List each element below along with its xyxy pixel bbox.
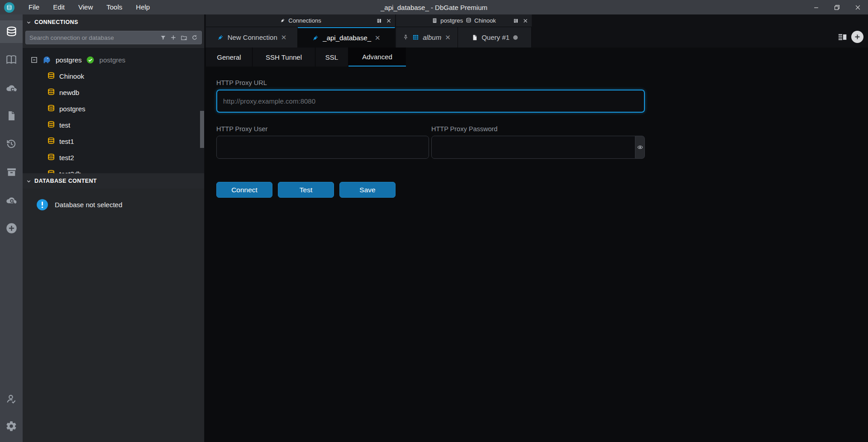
saved-book-icon[interactable] <box>0 48 23 71</box>
history-icon[interactable] <box>0 133 23 155</box>
tab-ssh-tunnel[interactable]: SSH Tunnel <box>253 48 315 67</box>
tab-new-connection[interactable]: New Connection ✕ <box>206 27 298 48</box>
tab-general[interactable]: General <box>206 48 253 67</box>
dbgate-logo-icon <box>4 2 14 13</box>
search-input[interactable] <box>26 34 160 41</box>
menu-view[interactable]: View <box>72 0 100 14</box>
archive-icon[interactable] <box>0 161 23 183</box>
server-name: postgres <box>56 56 82 64</box>
cloud-private-key-icon[interactable] <box>0 76 23 99</box>
main-area: Connections New Connection <box>205 14 868 442</box>
close-tab-icon[interactable]: ✕ <box>375 34 381 42</box>
database-name: test1 <box>59 138 74 145</box>
form-buttons: Connect Test Save <box>216 182 645 198</box>
database-row[interactable]: test <box>23 117 204 133</box>
database-name: postgres <box>59 105 86 113</box>
server-engine-label: postgres <box>100 56 126 64</box>
chevron-down-icon <box>26 179 31 184</box>
tab-group-server-name: postgres <box>440 17 463 24</box>
close-tab-icon[interactable]: ✕ <box>445 33 451 42</box>
advanced-proxy-form: HTTP Proxy URL HTTP Proxy User HTTP Prox… <box>216 79 645 198</box>
tab-advanced[interactable]: Advanced <box>348 48 406 67</box>
database-row[interactable]: test2 <box>23 149 204 166</box>
menu-edit[interactable]: Edit <box>46 0 72 14</box>
database-row[interactable]: postgres <box>23 100 204 117</box>
close-group-icon[interactable] <box>386 18 391 24</box>
admin-user-icon[interactable] <box>0 388 23 410</box>
tab-group-postgres-chinook: postgres Chinook <box>396 14 532 48</box>
cloud-search-icon[interactable] <box>0 189 23 211</box>
settings-gear-icon[interactable] <box>0 415 23 437</box>
database-name: test3db <box>59 170 81 174</box>
files-icon[interactable] <box>0 105 23 127</box>
connections-tree: postgres postgres Chinook newdb postgres <box>23 48 204 173</box>
collapse-minus-icon[interactable] <box>31 57 38 63</box>
connect-button[interactable]: Connect <box>216 182 272 198</box>
filter-icon[interactable] <box>160 35 166 41</box>
close-tab-icon[interactable]: ✕ <box>281 33 287 42</box>
proxy-url-label: HTTP Proxy URL <box>216 79 645 86</box>
close-window-button[interactable] <box>847 0 868 14</box>
tab-list-icon[interactable] <box>838 32 848 42</box>
plug-icon <box>280 18 286 24</box>
proxy-password-input[interactable] <box>431 136 635 159</box>
server-row-postgres[interactable]: postgres postgres <box>23 52 204 68</box>
database-content-header[interactable]: DATABASE CONTENT <box>23 173 204 189</box>
minimize-button[interactable] <box>806 0 826 14</box>
proxy-user-label: HTTP Proxy User <box>216 125 429 133</box>
subtab-label: SSH Tunnel <box>266 53 302 61</box>
new-tab-plus-icon[interactable] <box>851 31 863 43</box>
server-icon <box>432 18 438 24</box>
add-connection-icon[interactable] <box>0 217 23 239</box>
database-row[interactable]: newdb <box>23 84 204 100</box>
database-connections-icon[interactable] <box>0 20 23 43</box>
tab-query-1[interactable]: Query #1 <box>458 27 532 48</box>
subtab-label: General <box>217 53 241 61</box>
restore-button[interactable] <box>826 0 847 14</box>
test-button[interactable]: Test <box>278 182 334 198</box>
proxy-url-input[interactable] <box>216 90 645 113</box>
database-row[interactable]: test1 <box>23 133 204 149</box>
database-row-clipped[interactable]: test3db <box>23 166 204 173</box>
database-name: test2 <box>59 154 74 162</box>
file-icon <box>472 34 478 41</box>
tab-group-connections-header[interactable]: Connections <box>206 14 395 27</box>
menubar: File Edit View Tools Help <box>22 0 157 14</box>
split-view-icon[interactable] <box>377 18 383 24</box>
tab-label: _api_database_ <box>323 34 371 42</box>
database-row[interactable]: Chinook <box>23 68 204 84</box>
connected-check-icon <box>86 56 94 64</box>
menu-file[interactable]: File <box>22 0 46 14</box>
menu-help[interactable]: Help <box>129 0 157 14</box>
sidebar-scrollbar[interactable] <box>200 111 204 148</box>
titlebar: _api_database_ - DbGate Premium File Edi… <box>0 0 868 14</box>
pin-icon <box>403 34 409 40</box>
show-password-eye-icon[interactable] <box>635 136 645 159</box>
save-button[interactable]: Save <box>339 182 396 198</box>
new-folder-icon[interactable] <box>181 34 187 41</box>
connections-search-row <box>23 30 204 48</box>
tab-ssl[interactable]: SSL <box>315 48 348 67</box>
add-connection-plus-icon[interactable] <box>170 34 176 41</box>
chevron-down-icon <box>26 20 31 25</box>
proxy-user-input[interactable] <box>216 136 429 159</box>
postgres-elephant-icon <box>42 55 52 65</box>
database-name: Chinook <box>59 72 84 80</box>
refresh-icon[interactable] <box>191 34 198 41</box>
table-icon <box>412 34 419 41</box>
tab-album[interactable]: album ✕ <box>396 27 458 48</box>
close-group-icon[interactable] <box>523 18 528 24</box>
empty-state-message: Database not selected <box>55 201 122 209</box>
split-view-icon[interactable] <box>513 18 520 24</box>
tab-api-database[interactable]: _api_database_ ✕ <box>298 27 395 48</box>
tab-group-postgres-chinook-header[interactable]: postgres Chinook <box>396 14 532 27</box>
subtab-label: Advanced <box>362 53 392 61</box>
tab-group-connections: Connections New Connection <box>206 14 395 48</box>
tab-label: New Connection <box>228 33 277 41</box>
connections-panel-header[interactable]: CONNECTIONS <box>23 14 204 30</box>
menu-tools[interactable]: Tools <box>100 0 129 14</box>
unsaved-dot-icon <box>513 35 518 40</box>
proxy-password-label: HTTP Proxy Password <box>431 125 645 133</box>
info-exclamation-icon <box>36 199 48 211</box>
tab-label: album <box>423 33 441 41</box>
